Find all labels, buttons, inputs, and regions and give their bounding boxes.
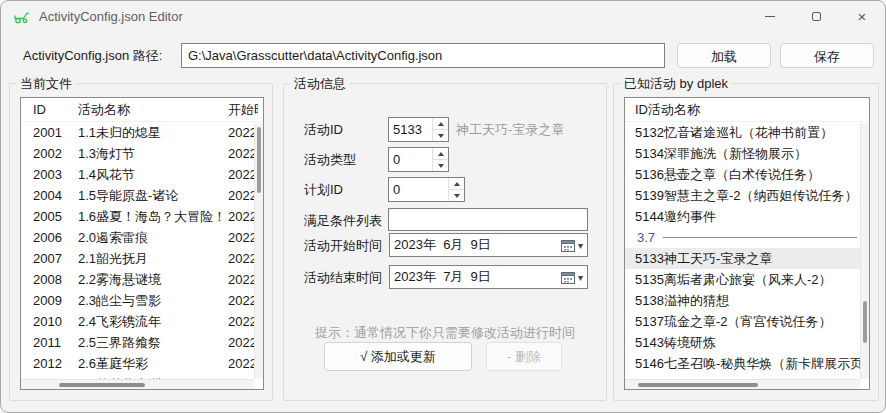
- known-activity-row[interactable]: 5137琉金之章-2（宵宫传说任务）: [625, 311, 860, 332]
- current-file-row[interactable]: 20031.4风花节2022: [21, 164, 254, 185]
- known-activity-row[interactable]: 5132忆音诸途巡礼（花神书前置）: [625, 122, 860, 143]
- known-activities-group-title: 已知活动 by dplek: [620, 75, 732, 93]
- current-file-row[interactable]: 20062.0遏索雷痕2022: [21, 227, 254, 248]
- cell-id: 5136: [635, 167, 664, 182]
- scrollbar-thumb[interactable]: [863, 301, 867, 343]
- vertical-scrollbar[interactable]: [860, 123, 869, 379]
- cell-id: 2011: [33, 332, 78, 353]
- cell-name: 2.1韶光抚月: [78, 248, 228, 269]
- scrollbar-thumb[interactable]: [638, 383, 758, 387]
- cell-name: 七圣召唤-秘典华焕（新卡牌展示页: [664, 356, 860, 371]
- dropdown-caret-icon: ▾: [578, 272, 583, 283]
- add-or-update-button[interactable]: √ 添加或更新: [324, 342, 472, 371]
- cell-start: 2022: [228, 206, 254, 227]
- spin-up-button[interactable]: [449, 178, 464, 189]
- arrow-up-icon: [454, 182, 460, 186]
- scrollbar-thumb[interactable]: [257, 127, 261, 193]
- cell-start: 2022: [228, 248, 254, 269]
- known-activity-row[interactable]: 5135离垢者肃心旅宴（风来人-2）: [625, 269, 860, 290]
- cell-name: 2.6堇庭华彩: [78, 353, 228, 374]
- arrow-down-icon: [454, 194, 460, 198]
- cell-id: 5137: [635, 314, 664, 329]
- version-separator: 3.7: [625, 227, 860, 248]
- arrow-down-icon: [438, 164, 444, 168]
- column-header-id[interactable]: ID: [635, 102, 648, 117]
- cell-id: 2001: [33, 122, 78, 143]
- spin-up-button[interactable]: [433, 118, 448, 129]
- current-file-row[interactable]: 20011.1未归的熄星2022: [21, 122, 254, 143]
- current-file-row[interactable]: 20082.2雾海悬谜境2022: [21, 269, 254, 290]
- activity-id-label: 活动ID: [304, 121, 343, 139]
- cell-id: 2008: [33, 269, 78, 290]
- cell-name: 2.0遏索雷痕: [78, 227, 228, 248]
- activity-type-input[interactable]: [389, 148, 432, 171]
- spin-down-button[interactable]: [433, 159, 448, 171]
- cell-id: 2010: [33, 311, 78, 332]
- current-file-row[interactable]: 20092.3皑尘与雪影2022: [21, 290, 254, 311]
- scrollbar-thumb[interactable]: [59, 383, 145, 387]
- current-file-rows: 20011.1未归的熄星202220021.3海灯节202220031.4风花节…: [21, 122, 254, 379]
- known-activity-row[interactable]: 5136悬壶之章（白术传说任务）: [625, 164, 860, 185]
- load-button[interactable]: 加载: [677, 43, 771, 68]
- cell-name: 1.3海灯节: [78, 143, 228, 164]
- maximize-button[interactable]: [793, 1, 839, 31]
- current-file-row[interactable]: 20112.5三界路飨祭2022: [21, 332, 254, 353]
- known-activity-row[interactable]: 5144邀约事件: [625, 206, 860, 227]
- cell-id: 2007: [33, 248, 78, 269]
- dropdown-caret-icon: ▾: [578, 240, 583, 251]
- current-file-row[interactable]: 20122.6堇庭华彩2022: [21, 353, 254, 374]
- current-file-row[interactable]: 20072.1韶光抚月2022: [21, 248, 254, 269]
- column-header-name[interactable]: 活动名称: [78, 98, 228, 121]
- cell-id: 5139: [635, 188, 664, 203]
- cell-id: 2006: [33, 227, 78, 248]
- column-header-id[interactable]: ID: [33, 98, 78, 121]
- current-file-row[interactable]: 20051.6盛夏！海岛？大冒险！2022: [21, 206, 254, 227]
- path-input[interactable]: [181, 43, 665, 68]
- known-activity-row[interactable]: 5134深罪施洗（新怪物展示）: [625, 143, 860, 164]
- cell-id: 2004: [33, 185, 78, 206]
- column-header-start[interactable]: 开始时间: [228, 98, 258, 121]
- cell-name: 琉金之章-2（宵宫传说任务）: [664, 314, 832, 329]
- end-time-picker[interactable]: 2023年 7月 9日 ▾: [389, 265, 588, 289]
- activity-type-stepper: [388, 147, 449, 172]
- app-icon: [13, 8, 30, 25]
- known-activity-row[interactable]: 5133神工天巧-宝录之章: [625, 248, 860, 269]
- condition-list-input[interactable]: [388, 208, 588, 231]
- horizontal-scrollbar[interactable]: [21, 379, 254, 389]
- minimize-button[interactable]: [747, 1, 793, 31]
- close-button[interactable]: ×: [839, 1, 885, 31]
- spin-down-button[interactable]: [449, 189, 464, 201]
- known-activity-row[interactable]: 5138溢神的猜想: [625, 290, 860, 311]
- spin-down-button[interactable]: [433, 129, 448, 141]
- cell-name: 忆音诸途巡礼（花神书前置）: [664, 125, 833, 140]
- cell-name: 2.2雾海悬谜境: [78, 269, 228, 290]
- cell-name: 深罪施洗（新怪物展示）: [664, 146, 807, 161]
- cell-start: 2022: [228, 185, 254, 206]
- known-activity-row[interactable]: 5146七圣召唤-秘典华焕（新卡牌展示页: [625, 353, 860, 374]
- current-file-row[interactable]: 20041.5导能原盘-诸论2022: [21, 185, 254, 206]
- vertical-scrollbar[interactable]: [254, 123, 263, 379]
- known-activity-row[interactable]: 5143铸境研炼: [625, 332, 860, 353]
- current-file-row[interactable]: 20021.3海灯节2022: [21, 143, 254, 164]
- cell-name: 邀约事件: [664, 209, 716, 224]
- calendar-icon: [561, 271, 575, 284]
- current-file-row[interactable]: 20102.4飞彩镌流年2022: [21, 311, 254, 332]
- save-button[interactable]: 保存: [780, 43, 874, 68]
- known-activity-row[interactable]: 5139智慧主之章-2（纳西妲传说任务）: [625, 185, 860, 206]
- horizontal-scrollbar[interactable]: [625, 379, 860, 389]
- end-time-label: 活动结束时间: [304, 269, 382, 287]
- close-icon: ×: [858, 9, 867, 24]
- start-time-picker[interactable]: 2023年 6月 9日 ▾: [389, 233, 588, 257]
- current-file-list-header[interactable]: ID活动名称开始时间: [21, 98, 263, 122]
- cell-id: 2009: [33, 290, 78, 311]
- activity-id-input[interactable]: [389, 118, 432, 141]
- cell-name: 1.4风花节: [78, 164, 228, 185]
- cell-name: 悬壶之章（白术传说任务）: [664, 167, 820, 182]
- known-activities-list-header[interactable]: ID活动名称: [625, 98, 869, 122]
- arrow-up-icon: [438, 152, 444, 156]
- cell-name: 2.3皑尘与雪影: [78, 290, 228, 311]
- schedule-id-input[interactable]: [389, 178, 448, 201]
- schedule-id-stepper: [388, 177, 465, 202]
- column-header-name[interactable]: 活动名称: [648, 102, 700, 117]
- spin-up-button[interactable]: [433, 148, 448, 159]
